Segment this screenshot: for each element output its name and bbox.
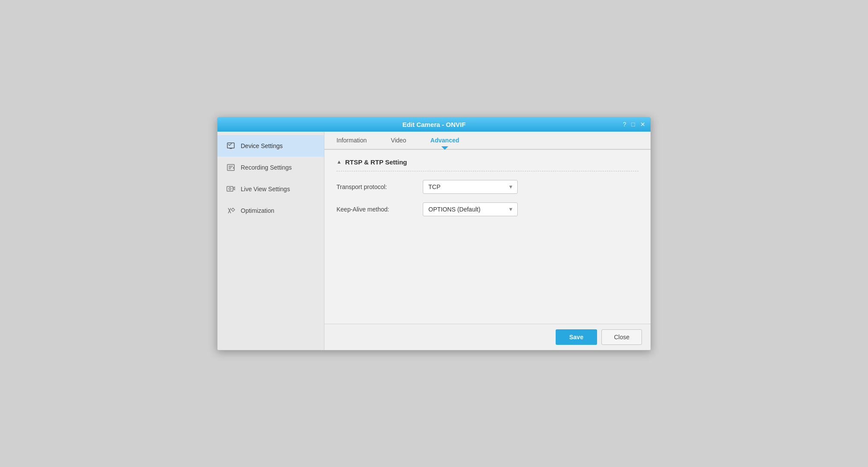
section-title: RTSP & RTP Setting [345,158,407,166]
footer: Save Close [324,324,651,350]
svg-point-3 [229,188,231,190]
sidebar-item-device-settings[interactable]: Device Settings [217,135,324,157]
transport-protocol-label: Transport protocol: [337,183,423,190]
svg-rect-0 [227,143,234,148]
tab-advanced[interactable]: Advanced [418,132,472,149]
dialog-title: Edit Camera - ONVIF [403,121,466,128]
svg-point-6 [232,208,234,211]
device-settings-icon [226,141,236,151]
dialog-window: Edit Camera - ONVIF ? □ ✕ Device Setti [217,117,651,350]
close-window-button[interactable]: ✕ [640,121,645,127]
window-controls: ? □ ✕ [623,121,645,127]
keep-alive-method-row: Keep-Alive method: OPTIONS (Default) GET… [337,202,638,216]
keep-alive-method-label: Keep-Alive method: [337,206,423,213]
sidebar-item-recording-settings[interactable]: Recording Settings [217,157,324,178]
recording-settings-icon [226,163,236,172]
tab-video[interactable]: Video [379,132,418,149]
main-content: Device Settings Recording Settings [217,132,651,350]
collapse-icon[interactable]: ▲ [337,159,342,165]
tab-information[interactable]: Information [324,132,379,149]
sidebar-item-optimization[interactable]: Optimization [217,200,324,221]
svg-rect-2 [227,186,233,191]
tabs-bar: Information Video Advanced [324,132,651,150]
recording-settings-label: Recording Settings [241,164,292,171]
optimization-icon [226,206,236,215]
content-panel: ▲ RTSP & RTP Setting Transport protocol:… [324,150,651,324]
help-button[interactable]: ? [623,121,626,127]
optimization-label: Optimization [241,207,274,214]
keep-alive-method-select-wrapper: OPTIONS (Default) GET_PARAMETER SET_PARA… [423,202,518,216]
sidebar-item-live-view-settings[interactable]: Live View Settings [217,178,324,200]
device-settings-label: Device Settings [241,142,283,149]
transport-protocol-select[interactable]: TCP UDP UDP Multicast HTTP [423,180,518,194]
live-view-settings-icon [226,184,236,194]
save-button[interactable]: Save [556,329,598,345]
transport-protocol-row: Transport protocol: TCP UDP UDP Multicas… [337,180,638,194]
live-view-settings-label: Live View Settings [241,186,290,192]
keep-alive-method-select[interactable]: OPTIONS (Default) GET_PARAMETER SET_PARA… [423,202,518,216]
sidebar: Device Settings Recording Settings [217,132,324,350]
content-area: Information Video Advanced ▲ RTSP & RTP … [324,132,651,350]
close-button[interactable]: Close [601,329,642,345]
title-bar: Edit Camera - ONVIF ? □ ✕ [217,117,651,132]
transport-protocol-select-wrapper: TCP UDP UDP Multicast HTTP ▼ [423,180,518,194]
rtsp-rtp-section-header: ▲ RTSP & RTP Setting [337,158,638,171]
maximize-button[interactable]: □ [632,121,635,127]
